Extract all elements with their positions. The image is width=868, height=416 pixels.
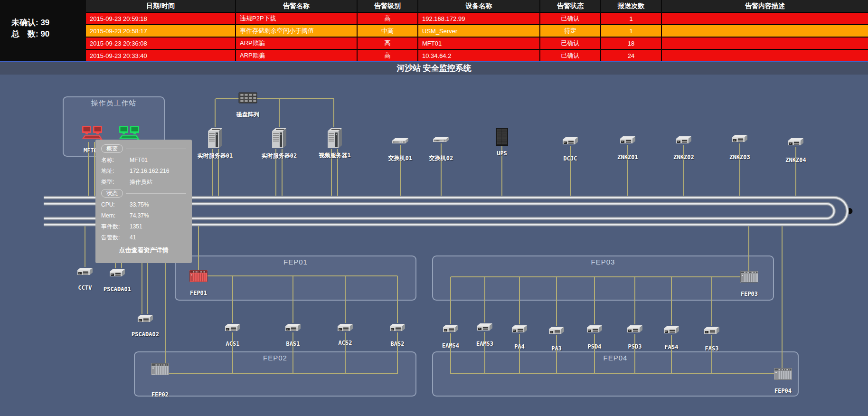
unconfirmed-label: 未确认: (11, 18, 38, 27)
diskarray-icon (238, 92, 257, 104)
pscada02-label: PSCADA02 (132, 331, 159, 338)
ups-label: UPS (497, 150, 507, 157)
fas3-node[interactable] (703, 326, 720, 335)
fep03-node[interactable] (740, 271, 758, 283)
mft01-workstation-node[interactable] (81, 125, 103, 142)
switch-02-node[interactable] (432, 136, 450, 143)
total-count-row: 总 数: 90 (11, 28, 86, 40)
alarms-label: 告警数: (101, 234, 130, 241)
fep01-node[interactable] (189, 270, 208, 282)
eams4-label: EAMS4 (442, 342, 459, 349)
switch-01-node[interactable] (391, 137, 409, 145)
cell-status: 已确认 (540, 49, 601, 61)
unconfirmed-value: 39 (40, 18, 49, 27)
col-datetime: 日期/时间 (86, 0, 236, 12)
alarms-value: 41 (130, 234, 136, 241)
cell-alarm-name: ARP欺骗 (236, 37, 357, 49)
alarm-table: 日期/时间 告警名称 告警级别 设备名称 告警状态 报送次数 告警内容描述 20… (86, 0, 868, 61)
fep02-node[interactable] (151, 363, 169, 375)
cpu-value: 33.75% (130, 201, 149, 208)
console-icon (76, 267, 94, 276)
console-icon (476, 322, 493, 332)
fas4-node[interactable] (663, 325, 680, 335)
fep04-node[interactable] (774, 368, 792, 380)
pa4-label: PA4 (514, 343, 525, 350)
cell-status: 待定 (540, 25, 601, 37)
console-icon (389, 323, 406, 332)
switch-icon (432, 136, 450, 143)
cell-datetime: 2015-09-23 20:58:17 (86, 25, 236, 37)
cell-alarm-name: 违规P2P下载 (236, 12, 357, 25)
acs1-label: ACS1 (226, 340, 240, 347)
bas2-node[interactable] (389, 323, 406, 332)
znkz02-node[interactable] (675, 135, 692, 145)
console-icon (586, 324, 603, 334)
plc-icon (151, 363, 169, 375)
page-title: 河沙站 安全监控系统 (0, 62, 868, 75)
psd4-node[interactable] (586, 324, 603, 334)
realtime-server-02-node[interactable] (271, 127, 287, 149)
security-monitoring-screen: 未确认: 39 总 数: 90 日期/时间 告警名称 告警级别 设备名称 告警状… (0, 0, 868, 416)
workstation-2-node[interactable] (118, 125, 140, 142)
znkz01-node[interactable] (619, 135, 636, 145)
col-device: 设备名称 (418, 0, 540, 12)
alarm-row[interactable]: 2015-09-23 20:33:40 ARP欺骗 高 10.34.64.2 已… (86, 49, 868, 61)
cell-device: 192.168.172.99 (418, 12, 540, 25)
cell-datetime: 2015-09-23 20:33:40 (86, 49, 236, 61)
switch-01-label: 交换机01 (388, 154, 412, 162)
znkz02-label: ZNKZ02 (673, 154, 694, 161)
pscada01-label: PSCADA01 (104, 286, 131, 293)
video-server-1-node[interactable] (327, 127, 343, 149)
znkz04-node[interactable] (787, 137, 804, 147)
video-server-1-label: 视频服务器1 (319, 151, 350, 160)
console-icon (137, 314, 154, 323)
znkz01-label: ZNKZ01 (617, 154, 638, 161)
bas1-node[interactable] (284, 323, 302, 332)
cell-alarm-name: 事件存储剩余空间小于阈值 (236, 25, 357, 37)
bas1-label: BAS1 (286, 340, 300, 347)
cell-alarm-name: ARP欺骗 (236, 49, 357, 61)
pa3-node[interactable] (548, 326, 565, 335)
eams3-node[interactable] (476, 322, 493, 332)
alarm-row[interactable]: 2015-09-23 20:58:17 事件存储剩余空间小于阈值 中高 USM_… (86, 25, 868, 37)
plc-icon (774, 368, 792, 380)
acs1-node[interactable] (224, 323, 241, 332)
fep04-label: FEP04 (774, 388, 792, 394)
col-level: 告警级别 (357, 0, 418, 12)
console-icon (284, 323, 302, 332)
znkz03-node[interactable] (731, 134, 748, 143)
alarm-row[interactable]: 2015-09-23 20:59:18 违规P2P下载 高 192.168.17… (86, 12, 868, 25)
tooltip-events-row: 事件数:1351 (101, 223, 186, 230)
bas2-label: BAS2 (391, 340, 405, 347)
pscada01-node[interactable] (109, 268, 126, 278)
cell-count: 24 (601, 49, 661, 61)
dcjc-node[interactable] (562, 136, 579, 146)
section-label: 状态 (101, 189, 123, 198)
addr-value: 172.16.162.216 (130, 167, 169, 175)
fas3-label: FAS3 (705, 345, 719, 352)
plc-icon (740, 271, 758, 283)
events-value: 1351 (130, 223, 142, 230)
console-icon (663, 325, 680, 335)
acs2-node[interactable] (337, 323, 354, 332)
cctv-node[interactable] (76, 267, 94, 276)
tooltip-cpu-row: CPU:33.75% (101, 201, 186, 208)
console-icon (511, 324, 528, 334)
view-asset-details-link[interactable]: 点击查看资产详情 (101, 246, 186, 255)
psd3-node[interactable] (626, 324, 643, 334)
tooltip-name-row: 名称:MFT01 (101, 156, 186, 164)
switch-icon (391, 137, 409, 145)
total-label: 总 数: (11, 29, 38, 38)
disk-array-node[interactable] (238, 92, 257, 104)
ups-node[interactable] (496, 128, 508, 146)
pscada02-node[interactable] (137, 314, 154, 323)
psd3-label: PSD3 (628, 343, 642, 350)
mem-label: Mem: (101, 212, 130, 219)
realtime-server-01-node[interactable] (207, 127, 223, 149)
pa3-label: PA3 (551, 345, 562, 352)
alarm-row[interactable]: 2015-09-23 20:36:08 ARP欺骗 高 MFT01 已确认 18 (86, 37, 868, 49)
cell-count: 18 (601, 37, 661, 49)
pa4-node[interactable] (511, 324, 528, 334)
eams4-node[interactable] (442, 324, 459, 333)
col-description: 告警内容描述 (661, 0, 868, 12)
